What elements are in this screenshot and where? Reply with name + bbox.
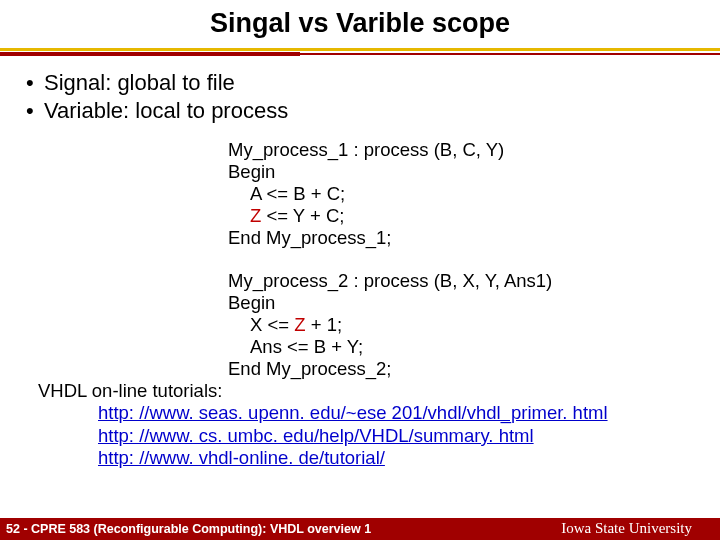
- code-line: End My_process_2;: [228, 358, 720, 380]
- code-line: Ans <= B + Y;: [228, 336, 720, 358]
- bullet-dot: •: [26, 97, 44, 125]
- tutorials-lead: VHDL on-line tutorials:: [38, 380, 222, 401]
- bullet-text: Signal: global to file: [44, 69, 235, 97]
- bullet-list: • Signal: global to file • Variable: loc…: [0, 69, 720, 125]
- footer-left: 52 - CPRE 583 (Reconfigurable Computing)…: [6, 522, 371, 536]
- tutorial-link[interactable]: http: //www. cs. umbc. edu/help/VHDL/sum…: [38, 425, 720, 448]
- footer-bar: 52 - CPRE 583 (Reconfigurable Computing)…: [0, 518, 720, 540]
- code-line: End My_process_1;: [228, 227, 720, 249]
- tutorial-link[interactable]: http: //www. seas. upenn. edu/~ese 201/v…: [38, 402, 720, 425]
- code-line: A <= B + C;: [228, 183, 720, 205]
- code-line: Begin: [228, 292, 720, 314]
- slide-title: Singal vs Varible scope: [0, 0, 720, 45]
- code-block-2: My_process_2 : process (B, X, Y, Ans1) B…: [0, 248, 720, 379]
- code-signal-z: Z: [250, 205, 261, 226]
- footer-university: Iowa State University: [561, 520, 692, 537]
- code-line: Begin: [228, 161, 720, 183]
- bullet-dot: •: [26, 69, 44, 97]
- code-line: My_process_2 : process (B, X, Y, Ans1): [228, 270, 720, 292]
- bullet-item: • Signal: global to file: [26, 69, 720, 97]
- code-block-1: My_process_1 : process (B, C, Y) Begin A…: [0, 125, 720, 248]
- code-line: My_process_1 : process (B, C, Y): [228, 139, 720, 161]
- tutorials-section: VHDL on-line tutorials: http: //www. sea…: [0, 380, 720, 470]
- tutorial-link[interactable]: http: //www. vhdl-online. de/tutorial/: [38, 447, 720, 470]
- bullet-text: Variable: local to process: [44, 97, 288, 125]
- code-line: X <= Z + 1;: [228, 314, 720, 336]
- title-rule: [0, 45, 720, 59]
- code-line: Z <= Y + C;: [228, 205, 720, 227]
- code-signal-z: Z: [294, 314, 305, 335]
- bullet-item: • Variable: local to process: [26, 97, 720, 125]
